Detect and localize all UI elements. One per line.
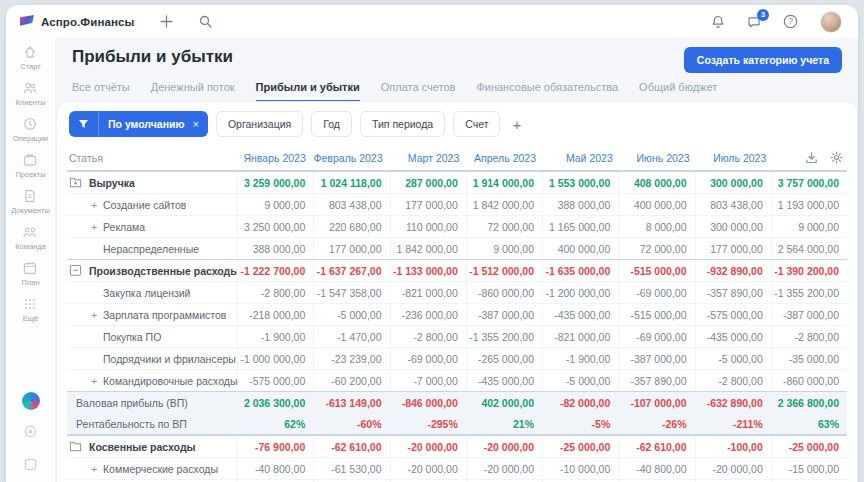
table-cell: 1 842 000,00 xyxy=(390,238,466,259)
table-cell: 1 024 118,00 xyxy=(313,172,389,193)
app-logo[interactable]: Аспро.Финансы xyxy=(20,15,134,28)
table-cell: -69 000,00 xyxy=(390,348,466,369)
search-icon[interactable] xyxy=(199,15,212,28)
app-window: Аспро.Финансы 3 ? СтартКлиентыОперацииПр… xyxy=(6,5,858,482)
filter-chips: ОрганизацияГодТип периодаСчет xyxy=(216,111,501,137)
table-cell: -2 800,00 xyxy=(771,326,847,347)
row-label: Рентабельность по ВП xyxy=(76,418,187,430)
table-cell: -1 637 267,00 xyxy=(313,260,389,281)
table-cell: 9 000,00 xyxy=(237,194,313,215)
default-filter-chip[interactable]: По умолчанию × xyxy=(69,111,208,137)
filter-icon xyxy=(69,111,99,137)
column-header-month: Март 2023 xyxy=(391,145,468,170)
table-cell: 408 000,00 xyxy=(618,172,694,193)
sidebar: СтартКлиентыОперацииПроектыДокументыКома… xyxy=(6,38,56,482)
table-header-row: СтатьяЯнварь 2023Февраль 2023Март 2023Ап… xyxy=(67,145,847,171)
table-cell: 803 438,00 xyxy=(313,194,389,215)
sidebar-item-label: Старт xyxy=(20,62,40,71)
table-cell: -62 610,00 xyxy=(313,436,389,457)
row-label: Покупка ПО xyxy=(103,331,161,343)
row-label: Валовая прибыль (ВП) xyxy=(76,397,188,409)
extra-app-icon-1[interactable] xyxy=(23,424,38,443)
table-cell: -613 149,00 xyxy=(313,392,389,413)
row-label: Косвенные расходы xyxy=(89,441,196,453)
row-label: Закупка лицензий xyxy=(103,287,190,299)
team-icon xyxy=(22,224,38,240)
gear-icon[interactable] xyxy=(830,151,843,164)
clients-icon xyxy=(22,80,38,96)
sidebar-item-label: Ещё xyxy=(23,314,38,323)
row-label: Производственные расходы xyxy=(89,265,237,277)
sidebar-item-2[interactable]: Клиенты xyxy=(11,80,50,107)
table-cell: -846 000,00 xyxy=(390,392,466,413)
table-cell: 3 259 000,00 xyxy=(237,172,313,193)
plan-icon xyxy=(22,260,38,276)
tab-2[interactable]: Денежный поток xyxy=(151,81,235,102)
sidebar-item-label: Проекты xyxy=(15,170,45,179)
table-cell: 1 193 000,00 xyxy=(771,194,847,215)
download-icon[interactable] xyxy=(805,151,818,164)
table-row: +Создание сайтов9 000,00803 438,00177 00… xyxy=(67,193,847,215)
documents-icon xyxy=(22,188,38,204)
main-content: Прибыли и убытки Создать категорию учета… xyxy=(56,38,858,482)
expand-plus-icon: + xyxy=(91,331,103,343)
tab-5[interactable]: Финансовые обязательства xyxy=(476,81,618,102)
filter-chip-2[interactable]: Год xyxy=(311,111,352,137)
row-label: Командировочные расходы xyxy=(103,375,237,387)
tab-4[interactable]: Оплата счетов xyxy=(381,81,456,102)
close-icon[interactable]: × xyxy=(190,118,207,130)
help-icon[interactable]: ? xyxy=(783,14,798,29)
sidebar-item-3[interactable]: Операции xyxy=(11,116,50,143)
table-cell: -60 200,00 xyxy=(313,370,389,391)
table-cell: -76 900,00 xyxy=(237,436,313,457)
table-cell: -40 800,00 xyxy=(618,458,694,479)
table-cell: 3 250 000,00 xyxy=(237,216,313,237)
table-cell: 1 553 000,00 xyxy=(542,172,618,193)
sidebar-item-1[interactable]: Старт xyxy=(11,44,50,71)
app-logo-text: Аспро.Финансы xyxy=(41,16,134,28)
report-card: По умолчанию × ОрганизацияГодТип периода… xyxy=(57,102,857,482)
table-cell: 388 000,00 xyxy=(542,194,618,215)
table-cell: -82 000,00 xyxy=(542,392,618,413)
folder-plus-icon[interactable] xyxy=(69,176,82,189)
sidebar-item-7[interactable]: План xyxy=(11,260,50,287)
tab-6[interactable]: Общий бюджет xyxy=(639,81,717,102)
table-cell: 1 914 000,00 xyxy=(466,172,542,193)
add-icon[interactable] xyxy=(160,15,173,28)
table-cell: -435 000,00 xyxy=(695,326,771,347)
tab-1[interactable]: Все отчёты xyxy=(72,81,130,102)
table-cell: -821 000,00 xyxy=(390,282,466,303)
sidebar-item-4[interactable]: Проекты xyxy=(11,152,50,179)
table-cell: -575 000,00 xyxy=(695,304,771,325)
filter-chip-4[interactable]: Счет xyxy=(453,111,500,137)
folder-icon[interactable] xyxy=(69,440,82,453)
chat-badge: 3 xyxy=(757,9,769,21)
sidebar-item-6[interactable]: Команда xyxy=(11,224,50,251)
sidebar-item-8[interactable]: Ещё xyxy=(11,296,50,323)
chat-icon[interactable]: 3 xyxy=(747,15,761,29)
table-cell: -860 000,00 xyxy=(771,370,847,391)
table-cell: -632 890,00 xyxy=(695,392,771,413)
table-cell: -20 000,00 xyxy=(466,436,542,457)
create-category-button[interactable]: Создать категорию учета xyxy=(684,47,842,73)
more-icon xyxy=(22,296,38,312)
add-filter-icon[interactable]: + xyxy=(508,116,525,133)
table-row: +Нераспределенные388 000,00177 000,001 8… xyxy=(67,237,847,259)
table-cell: -5 000,00 xyxy=(695,348,771,369)
table-cell: -387 000,00 xyxy=(466,304,542,325)
avatar[interactable] xyxy=(820,11,842,33)
expand-plus-icon: + xyxy=(91,375,103,387)
minus-square-icon[interactable] xyxy=(69,264,82,277)
table-cell: -1 000 000,00 xyxy=(237,348,313,369)
table-cell: -20 000,00 xyxy=(390,458,466,479)
tab-3[interactable]: Прибыли и убытки xyxy=(256,81,360,102)
table-cell: -236 000,00 xyxy=(390,304,466,325)
bell-icon[interactable] xyxy=(711,15,725,29)
sidebar-item-5[interactable]: Документы xyxy=(11,188,50,215)
filter-chip-3[interactable]: Тип периода xyxy=(360,111,445,137)
table-cell: 1 165 000,00 xyxy=(542,216,618,237)
filter-chip-1[interactable]: Организация xyxy=(216,111,303,137)
table-cell: -20 000,00 xyxy=(695,458,771,479)
extra-app-icon-2[interactable] xyxy=(23,457,38,476)
aspro-app-icon[interactable] xyxy=(22,392,40,410)
